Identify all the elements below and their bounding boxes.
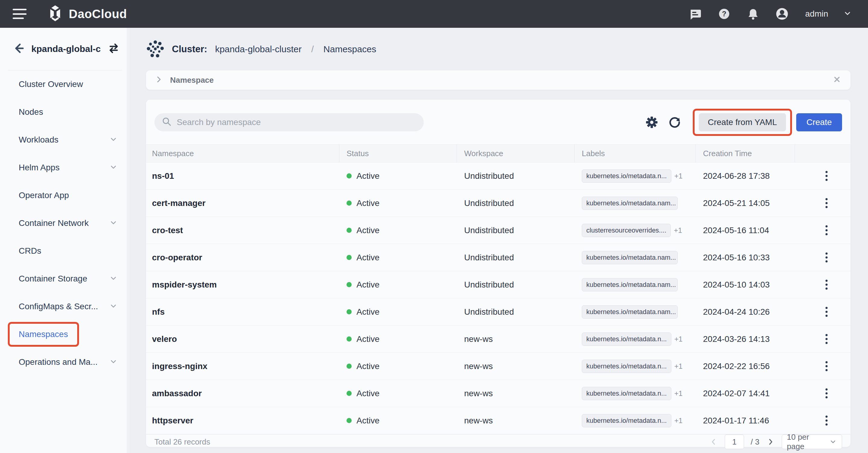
row-actions-kebab-icon[interactable] [823,359,830,374]
sidebar-item-helm-apps[interactable]: Helm Apps [0,154,130,181]
expand-chevron-right-icon[interactable] [155,76,163,85]
namespace-name[interactable]: cert-manager [146,190,339,217]
label-chip[interactable]: kubernetes.io/metadata.n... [582,333,671,346]
workspace-cell: Undistributed [457,163,575,189]
label-chip[interactable]: kubernetes.io/metadata.nam... [582,197,678,210]
label-chip[interactable]: kubernetes.io/metadata.n... [582,169,671,183]
labels-cell: kubernetes.io/metadata.n... +1 [575,163,696,189]
namespace-name[interactable]: velero [146,325,339,352]
table-row[interactable]: cro-operator Active Undistributed kubern… [146,244,850,271]
namespace-name[interactable]: nfs [146,299,339,325]
label-extra-count[interactable]: +1 [674,226,682,235]
sidebar-item-operations-and-ma[interactable]: Operations and Ma... [0,348,130,376]
back-arrow-icon[interactable] [12,42,25,56]
messages-icon[interactable] [688,7,702,21]
row-actions-kebab-icon[interactable] [823,413,830,428]
table-row[interactable]: velero Active new-ws kubernetes.io/metad… [146,325,850,353]
sidebar-item-label: Operator App [19,191,69,200]
sidebar-scrollbar[interactable] [127,28,130,453]
switch-cluster-icon[interactable] [108,42,120,56]
breadcrumb: Cluster: kpanda-global-cluster / Namespa… [131,28,868,70]
table-row[interactable]: ambassador Active new-ws kubernetes.io/m… [146,380,850,407]
namespace-name[interactable]: ambassador [146,380,339,407]
collapse-bar-title: Namespace [170,76,214,85]
column-header-labels: Labels [575,145,696,162]
label-chip[interactable]: kubernetes.io/metadata.nam... [582,278,678,291]
user-chevron-down-icon[interactable] [843,9,852,19]
status-text: Active [356,253,379,262]
sidebar-item-container-storage[interactable]: Container Storage [0,265,130,293]
label-chip[interactable]: clusterresourceoverrides.... [582,224,671,237]
notifications-bell-icon[interactable] [746,7,760,21]
row-actions-kebab-icon[interactable] [823,304,830,319]
table-row[interactable]: nfs Active Undistributed kubernetes.io/m… [146,299,850,325]
sidebar-item-configmaps-secr[interactable]: ConfigMaps & Secr... [0,293,130,320]
table-row[interactable]: mspider-system Active Undistributed kube… [146,271,850,299]
label-extra-count[interactable]: +1 [674,417,683,425]
table-row[interactable]: cert-manager Active Undistributed kubern… [146,190,850,217]
table-row[interactable]: ingress-nginx Active new-ws kubernetes.i… [146,353,850,380]
menu-toggle-icon[interactable] [13,9,27,19]
sidebar-item-container-network[interactable]: Container Network [0,209,130,237]
sidebar-item-cluster-overview[interactable]: Cluster Overview [0,70,130,98]
avatar[interactable] [775,7,789,21]
sidebar-cluster-name: kpanda-global-cl... [31,44,101,54]
table-row[interactable]: cro-test Active Undistributed clusterres… [146,217,850,244]
label-chip[interactable]: kubernetes.io/metadata.n... [582,387,671,400]
table-row[interactable]: ns-01 Active Undistributed kubernetes.io… [146,163,850,190]
prev-page-icon[interactable] [709,437,718,446]
namespace-collapse-bar[interactable]: Namespace [146,70,850,90]
sidebar-item-nodes[interactable]: Nodes [0,98,130,126]
namespace-name[interactable]: ns-01 [146,163,339,189]
next-page-icon[interactable] [766,437,775,446]
refresh-icon[interactable] [668,115,682,130]
breadcrumb-separator: / [311,44,314,54]
table-row[interactable]: httpserver Active new-ws kubernetes.io/m… [146,407,850,434]
namespace-name[interactable]: cro-operator [146,244,339,271]
row-actions-kebab-icon[interactable] [823,196,830,210]
row-actions-kebab-icon[interactable] [823,223,830,238]
creation-time-cell: 2024-03-26 14:13 [696,325,795,352]
row-actions-kebab-icon[interactable] [823,277,830,292]
namespace-name[interactable]: ingress-nginx [146,353,339,379]
table-header: Namespace Status Workspace Labels Creati… [146,144,850,163]
workspace-cell: Undistributed [457,271,575,298]
sidebar-item-workloads[interactable]: Workloads [0,126,130,154]
chevron-down-icon [109,302,118,312]
label-chip[interactable]: kubernetes.io/metadata.n... [582,414,671,427]
sidebar-item-label: Operations and Ma... [19,357,97,367]
label-extra-count[interactable]: +1 [674,362,683,371]
label-extra-count[interactable]: +1 [674,335,683,343]
search-bar[interactable] [154,113,424,131]
label-extra-count[interactable]: +1 [674,389,683,398]
close-icon[interactable] [832,75,841,85]
row-actions-kebab-icon[interactable] [823,169,830,183]
per-page-select[interactable]: 10 per page [782,434,842,449]
namespace-name[interactable]: httpserver [146,407,339,434]
daocloud-logo-icon [46,4,64,23]
create-from-yaml-button[interactable]: Create from YAML [699,113,786,131]
label-chip[interactable]: kubernetes.io/metadata.n... [582,360,671,373]
breadcrumb-cluster[interactable]: kpanda-global-cluster [215,44,302,54]
username[interactable]: admin [805,9,828,19]
search-input[interactable] [177,117,416,127]
page-number-input[interactable] [725,434,744,449]
help-icon[interactable]: ? [717,7,731,21]
label-chip[interactable]: kubernetes.io/metadata.nam... [582,305,678,319]
namespace-name[interactable]: mspider-system [146,271,339,298]
column-header-namespace: Namespace [146,145,339,162]
column-settings-gear-icon[interactable] [645,115,659,130]
sidebar-item-crds[interactable]: CRDs [0,237,130,265]
sidebar-item-operator-app[interactable]: Operator App [0,181,130,209]
label-chip[interactable]: kubernetes.io/metadata.nam... [582,251,678,264]
row-actions-kebab-icon[interactable] [823,386,830,401]
label-extra-count[interactable]: +1 [674,172,683,180]
row-actions-kebab-icon[interactable] [823,332,830,346]
sidebar-item-namespaces[interactable]: Namespaces [0,320,130,348]
creation-time-cell: 2024-01-17 11:46 [696,407,795,434]
row-actions-kebab-icon[interactable] [823,250,830,265]
namespace-name[interactable]: cro-test [146,217,339,244]
create-button[interactable]: Create [796,113,842,131]
actions-cell [795,325,850,352]
labels-cell: kubernetes.io/metadata.n... +1 [575,407,696,434]
